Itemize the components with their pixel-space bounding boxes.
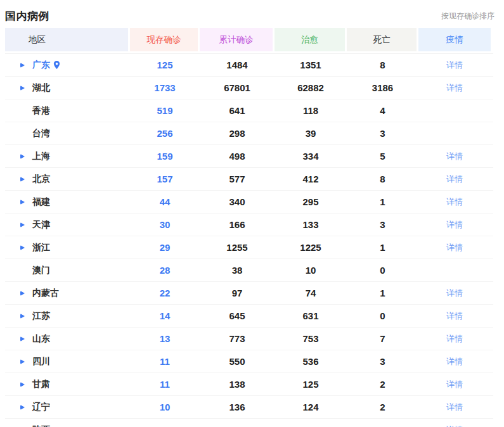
expand-arrow-icon[interactable]: [20, 382, 25, 387]
region-name[interactable]: 澳门: [32, 265, 50, 276]
cumulative-confirmed-value: 641: [200, 105, 275, 116]
detail-link[interactable]: 详情: [446, 357, 463, 366]
detail-link[interactable]: 详情: [446, 197, 463, 207]
region-cell: 江苏: [5, 310, 130, 322]
table-row: 福建 44 340 295 1 详情: [5, 191, 493, 213]
region-name[interactable]: 湖北: [32, 82, 50, 94]
detail-link[interactable]: 详情: [446, 311, 463, 321]
cumulative-confirmed-value: 97: [200, 288, 275, 298]
detail-link[interactable]: 详情: [446, 151, 463, 161]
detail-link[interactable]: 详情: [446, 174, 463, 184]
region-name[interactable]: 辽宁: [32, 402, 50, 413]
region-name[interactable]: 陕西: [32, 424, 50, 427]
current-confirmed-value: 1733: [130, 82, 200, 93]
table-row: 浙江 29 1255 1225 1 详情: [5, 236, 493, 259]
deaths-value: 1: [347, 288, 418, 298]
deaths-value: 3: [347, 356, 418, 367]
detail-cell: 详情: [418, 82, 491, 94]
region-name[interactable]: 甘肃: [32, 379, 50, 390]
deaths-value: 2: [347, 402, 418, 412]
cured-value: 125: [275, 379, 347, 390]
region-cell: 四川: [5, 356, 130, 367]
expand-arrow-icon[interactable]: [20, 200, 25, 205]
detail-cell: 详情: [418, 355, 491, 367]
cured-value: 118: [275, 105, 347, 116]
region-name[interactable]: 香港: [32, 105, 50, 117]
region-name[interactable]: 浙江: [32, 242, 50, 253]
detail-cell: 详情: [418, 173, 491, 185]
domestic-cases-panel: 国内病例 按现存确诊排序 地区 现存确诊 累计确诊 治愈 死亡 疫情 广东 12…: [0, 0, 504, 427]
table-row: 香港 519 641 118 4: [5, 99, 493, 122]
expand-arrow-icon[interactable]: [20, 405, 25, 410]
table-row: 内蒙古 22 97 74 1 详情: [5, 282, 493, 305]
sort-order-label[interactable]: 按现存确诊排序: [441, 11, 494, 22]
expand-arrow-icon[interactable]: [20, 245, 25, 250]
column-header-current-confirmed[interactable]: 现存确诊: [130, 28, 200, 51]
expand-arrow-icon[interactable]: [20, 86, 25, 91]
table-row: 辽宁 10 136 124 2 详情: [5, 396, 493, 419]
detail-link[interactable]: 详情: [446, 220, 463, 229]
region-name[interactable]: 广东: [32, 60, 50, 71]
detail-link[interactable]: 详情: [446, 334, 463, 343]
region-cell: 香港: [5, 105, 130, 117]
detail-link[interactable]: 详情: [446, 288, 463, 298]
expand-arrow-icon[interactable]: [20, 359, 25, 364]
table-row: 甘肃 11 138 125 2 详情: [5, 373, 493, 396]
region-name[interactable]: 江苏: [32, 310, 50, 322]
current-confirmed-value: 10: [130, 402, 200, 412]
expand-arrow-icon[interactable]: [20, 222, 25, 227]
detail-link[interactable]: 详情: [446, 243, 463, 252]
current-confirmed-value: 11: [130, 356, 200, 367]
current-confirmed-value: 22: [130, 288, 200, 298]
region-name[interactable]: 台湾: [32, 128, 50, 139]
region-name[interactable]: 北京: [32, 174, 50, 185]
detail-link[interactable]: 详情: [446, 60, 463, 70]
column-header-deaths[interactable]: 死亡: [347, 28, 418, 51]
region-cell: 广东: [5, 60, 130, 71]
table-body: 广东 125 1484 1351 8 详情 湖北 1733 67801 6288…: [5, 53, 493, 427]
deaths-value: 7: [347, 333, 418, 344]
table-row: 澳门 28 38 10 0: [5, 259, 493, 282]
cumulative-confirmed-value: 67801: [200, 82, 275, 93]
cured-value: 62882: [275, 82, 347, 93]
table-row: 上海 159 498 334 5 详情: [5, 145, 493, 168]
column-header-cumulative-confirmed[interactable]: 累计确诊: [200, 28, 275, 51]
expand-arrow-icon[interactable]: [20, 154, 25, 159]
cured-value: 536: [275, 356, 347, 367]
table-row: 北京 157 577 412 8 详情: [5, 168, 493, 191]
region-name[interactable]: 上海: [32, 151, 50, 162]
cured-value: 74: [275, 288, 347, 298]
region-name[interactable]: 福建: [32, 196, 50, 208]
expand-arrow-icon[interactable]: [20, 291, 25, 296]
deaths-value: 3186: [347, 82, 418, 93]
column-header-cured[interactable]: 治愈: [275, 28, 347, 51]
deaths-value: 4: [347, 105, 418, 116]
cumulative-confirmed-value: 550: [200, 356, 275, 367]
detail-cell: 详情: [418, 150, 491, 162]
region-name[interactable]: 内蒙古: [32, 288, 59, 299]
cumulative-confirmed-value: 773: [200, 333, 275, 344]
expand-arrow-icon[interactable]: [20, 336, 25, 341]
detail-cell: 详情: [418, 219, 491, 231]
region-name[interactable]: 山东: [32, 333, 50, 345]
region-name[interactable]: 四川: [32, 356, 50, 367]
detail-link[interactable]: 详情: [446, 402, 463, 412]
cured-value: 631: [275, 310, 347, 321]
region-cell: 陕西: [5, 424, 130, 427]
detail-link[interactable]: 详情: [446, 83, 463, 92]
cured-value: 334: [275, 151, 347, 162]
table-row: 湖北 1733 67801 62882 3186 详情: [5, 77, 493, 99]
region-cell: 湖北: [5, 82, 130, 94]
expand-arrow-icon[interactable]: [20, 177, 25, 182]
cured-value: 245: [275, 424, 347, 427]
deaths-value: 1: [347, 242, 418, 253]
region-name[interactable]: 天津: [32, 219, 50, 231]
region-cell: 浙江: [5, 242, 130, 253]
cumulative-confirmed-value: 253: [200, 424, 275, 427]
detail-cell: 详情: [418, 424, 491, 427]
cured-value: 39: [275, 128, 347, 139]
current-confirmed-value: 519: [130, 105, 200, 116]
detail-link[interactable]: 详情: [446, 379, 463, 389]
expand-arrow-icon[interactable]: [20, 63, 25, 68]
expand-arrow-icon[interactable]: [20, 314, 25, 319]
